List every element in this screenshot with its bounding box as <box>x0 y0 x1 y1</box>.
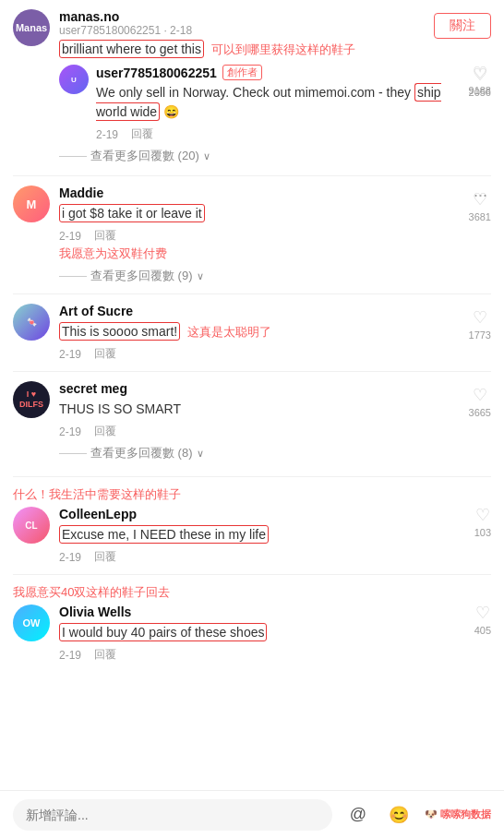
avatar-olivia: OW <box>13 605 50 641</box>
sub-meta-date: 2-19 <box>96 128 118 141</box>
meta-date-art: 2-19 <box>59 348 81 361</box>
like-count-art: 1773 <box>469 329 491 341</box>
heart-icon-colleen[interactable]: ♡ <box>475 505 490 525</box>
brand-text: 嗦嗦狗数据 <box>440 808 491 820</box>
comment-colleenlepp: 什么！我生活中需要这样的鞋子 CL ColleenLepp Excuse me,… <box>0 477 504 574</box>
like-area-olivia: ♡ 405 <box>474 603 491 636</box>
comment-text-maddie: i got $8 take it or leave it <box>59 204 461 223</box>
comment-body-colleen: ColleenLepp Excuse me, I NEED these in m… <box>59 507 491 565</box>
annotation-maddie: 我愿意为这双鞋付费 <box>59 245 491 262</box>
like-area-colleen: ♡ 103 <box>474 505 491 538</box>
heart-icon-olivia[interactable]: ♡ <box>475 603 490 623</box>
sub-comment-text: We only sell in Norway. Check out mimemo… <box>96 83 456 122</box>
comment-text-manas: brilliant where to get this 可以到哪里获得这样的鞋子 <box>59 40 491 59</box>
meta-date-olivia: 2-19 <box>59 649 81 662</box>
view-more-line-3 <box>59 453 87 454</box>
comment-input[interactable] <box>13 799 332 831</box>
annotation-art: 这真是太聪明了 <box>187 325 271 339</box>
like-count-secret: 3665 <box>469 407 491 418</box>
follow-button[interactable]: 關注 <box>434 13 491 39</box>
annotation-manas: 可以到哪里获得这样的鞋子 <box>211 42 355 56</box>
view-more-manas[interactable]: 查看更多回覆數 (20) ∨ <box>59 148 491 164</box>
highlighted-colleen: Excuse me, I NEED these in my life <box>59 525 269 544</box>
comment-body-maddie: Maddie i got $8 take it or leave it 2-19… <box>59 186 461 244</box>
view-more-secret[interactable]: 查看更多回覆數 (8) ∨ <box>59 445 491 461</box>
username-art: Art of Sucre <box>59 304 133 318</box>
reply-btn-maddie[interactable]: 回覆 <box>94 228 116 244</box>
annotation-olivia: 我愿意买40双这样的鞋子回去 <box>13 584 491 601</box>
comment-manas: Manas manas.no user7785180062251 · 2-18 … <box>0 0 504 175</box>
meta-date-maddie: 2-19 <box>59 230 81 243</box>
reply-btn-art[interactable]: 回覆 <box>94 346 116 362</box>
heart-icon-maddie[interactable]: ♡ <box>473 189 487 210</box>
view-more-text-secret: 查看更多回覆數 (8) <box>90 445 193 461</box>
meta-date-secret: 2-19 <box>59 425 81 438</box>
username-colleen: ColleenLepp <box>59 507 137 521</box>
subtext-manas: user7785180062251 · 2-18 <box>59 24 491 37</box>
comment-body-sub: user7785180062251 創作者 We only sell in No… <box>96 65 456 142</box>
chevron-down-icon-2: ∨ <box>197 270 204 282</box>
chevron-down-icon: ∨ <box>203 150 210 162</box>
comment-artofsucre: 🍬 Art of Sucre This is soooo smart! 这真是太… <box>0 294 504 371</box>
badge-author: 創作者 <box>222 65 262 80</box>
chevron-down-icon-3: ∨ <box>197 448 204 460</box>
comment-body-olivia: Olivia Wells I would buy 40 pairs of the… <box>59 605 491 663</box>
comment-text-olivia: I would buy 40 pairs of these shoes <box>59 623 491 642</box>
comment-body-art: Art of Sucre This is soooo smart! 这真是太聪明… <box>59 304 491 362</box>
username-maddie: Maddie <box>59 186 103 200</box>
comment-body-secret: secret meg THUS IS SO SMART 2-19 回覆 <box>59 381 491 439</box>
reply-btn-olivia[interactable]: 回覆 <box>94 647 116 663</box>
comment-maddie: M Maddie i got $8 take it or leave it 2-… <box>0 176 504 293</box>
avatar-maddie: M <box>13 186 50 222</box>
brand-logo: 🐶 嗦嗦狗数据 <box>425 808 491 821</box>
highlighted-maddie: i got $8 take it or leave it <box>59 204 205 222</box>
avatar-manas: Manas <box>13 9 50 46</box>
reply-btn-secret[interactable]: 回覆 <box>94 424 116 439</box>
like-count-colleen: 103 <box>474 527 491 538</box>
view-more-line-2 <box>59 276 87 277</box>
like-count-olivia: 405 <box>474 625 491 636</box>
view-more-text-manas: 查看更多回覆數 (20) <box>90 148 199 164</box>
highlighted-brilliant: brilliant where to get this <box>59 40 204 58</box>
username-manas: manas.no <box>59 9 119 24</box>
comment-body-manas: manas.no user7785180062251 · 2-18 brilli… <box>59 9 491 59</box>
at-icon-btn[interactable]: @ <box>343 800 373 830</box>
sub-reply-btn[interactable]: 回覆 <box>131 126 153 142</box>
heart-icon-art[interactable]: ♡ <box>473 307 487 328</box>
comment-text-art: This is soooo smart! 这真是太聪明了 <box>59 322 491 341</box>
avatar-secretmeg: I ♥DILFS <box>13 381 50 418</box>
comment-olivia: 我愿意买40双这样的鞋子回去 OW Olivia Wells I would b… <box>0 575 504 672</box>
like-area-maddie: ♡ 3681 <box>469 189 491 222</box>
view-more-maddie[interactable]: 查看更多回覆數 (9) ∨ <box>59 268 491 284</box>
highlighted-olivia: I would buy 40 pairs of these shoes <box>59 623 267 641</box>
username-secret: secret meg <box>59 381 127 396</box>
like-count-maddie: 3681 <box>469 211 491 222</box>
like-area-secret: ♡ 3665 <box>469 385 491 418</box>
sub-reply-user: U user7785180062251 創作者 We only sell in … <box>59 65 491 142</box>
reply-btn-colleen[interactable]: 回覆 <box>94 549 116 565</box>
avatar-sub-user: U <box>59 65 89 94</box>
bottom-bar: @ 😊 🐶 嗦嗦狗数据 <box>0 790 504 838</box>
view-more-text-maddie: 查看更多回覆數 (9) <box>90 268 193 284</box>
heart-icon-manas[interactable]: ♡ <box>473 63 487 83</box>
comments-scroll: Manas manas.no user7785180062251 · 2-18 … <box>0 0 504 727</box>
annotation-colleen: 什么！我生活中需要这样的鞋子 <box>13 486 491 503</box>
comment-secretmeg: I ♥DILFS secret meg THUS IS SO SMART 2-1… <box>0 372 504 476</box>
like-area-manas: ♡ 9188 <box>469 63 491 96</box>
avatar-artofsucre: 🍬 <box>13 304 50 341</box>
like-area-art: ♡ 1773 <box>469 307 491 341</box>
highlighted-ship: ship world wide <box>96 83 441 121</box>
highlighted-art: This is soooo smart! <box>59 322 180 341</box>
heart-icon-secret[interactable]: ♡ <box>473 385 487 405</box>
username-olivia: Olivia Wells <box>59 605 131 619</box>
avatar-colleen: CL <box>13 507 50 544</box>
comment-text-secret: THUS IS SO SMART <box>59 400 491 419</box>
like-count-manas: 9188 <box>469 85 491 96</box>
emoji-icon-btn[interactable]: 😊 <box>384 800 414 830</box>
view-more-line <box>59 156 87 157</box>
meta-date-colleen: 2-19 <box>59 551 81 564</box>
username-sub: user7785180062251 <box>96 66 217 80</box>
comment-text-colleen: Excuse me, I NEED these in my life <box>59 525 491 545</box>
